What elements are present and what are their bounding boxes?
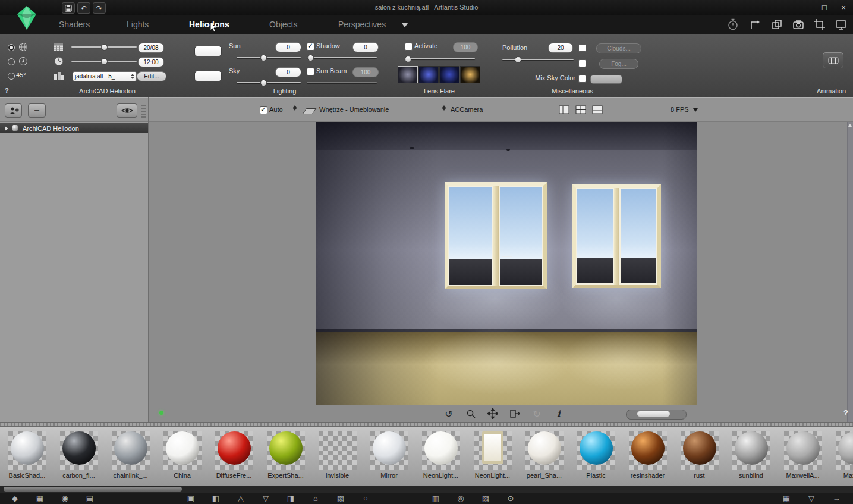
shader-item[interactable]: NeonLight...: [415, 427, 467, 486]
sun-color-swatch[interactable]: [194, 46, 222, 56]
dock-icon[interactable]: ▦: [780, 494, 793, 503]
flare-preset-3[interactable]: [439, 66, 459, 83]
shader-item[interactable]: rust: [673, 427, 725, 486]
scene-name[interactable]: Wnętrze - Umeblowanie: [319, 106, 389, 113]
dock-icon[interactable]: ▽: [805, 494, 818, 503]
add-heliodon-button[interactable]: [5, 103, 22, 118]
clock-icon[interactable]: [54, 56, 64, 66]
dock-icon[interactable]: △: [234, 494, 247, 503]
disclosure-icon[interactable]: [5, 126, 8, 131]
redo-button[interactable]: ↷: [93, 2, 106, 14]
exit-view-button[interactable]: [509, 408, 521, 420]
shader-item[interactable]: NeonLight...: [467, 427, 518, 486]
lens-flare-activate-checkbox[interactable]: [405, 43, 413, 51]
slider-thumb[interactable]: [101, 44, 108, 51]
shader-item[interactable]: DiffuseFre...: [208, 427, 260, 486]
catalog-grip[interactable]: [0, 422, 853, 427]
pan-button[interactable]: [487, 408, 499, 420]
dock-icon[interactable]: ▤: [83, 494, 96, 503]
shader-item[interactable]: carbon_fi...: [53, 427, 105, 486]
view-mode-single-button[interactable]: [559, 105, 569, 114]
mix-sky-checkbox[interactable]: [578, 75, 586, 83]
sun-value[interactable]: 0: [275, 42, 301, 52]
shadow-checkbox[interactable]: [307, 43, 314, 51]
viewport-help[interactable]: ?: [843, 408, 848, 417]
sun-slider[interactable]: [237, 55, 301, 61]
edit-button[interactable]: Edit...: [137, 71, 166, 81]
rotate-view-button[interactable]: ↺: [443, 408, 455, 420]
shader-item[interactable]: Mirror: [363, 427, 415, 486]
tab-lights[interactable]: Lights: [127, 20, 149, 29]
info-button[interactable]: i: [553, 408, 565, 420]
shader-item[interactable]: resinshader: [622, 427, 673, 486]
viewport-vscrollbar[interactable]: [847, 122, 853, 422]
perspectives-dropdown-icon[interactable]: [402, 23, 408, 27]
shader-item[interactable]: invisible: [311, 427, 363, 486]
zoom-slider-thumb[interactable]: [637, 411, 670, 417]
dock-icon[interactable]: ▨: [479, 494, 492, 503]
auto-update-checkbox[interactable]: [260, 106, 267, 114]
dock-icon[interactable]: ○: [359, 494, 372, 503]
close-button[interactable]: ×: [835, 0, 852, 15]
viewport-zoom-slider[interactable]: [626, 410, 687, 420]
flare-preset-1[interactable]: [398, 66, 418, 83]
shader-item[interactable]: Plastic: [570, 427, 622, 486]
heliodon-site-select[interactable]: jadalnia all - 5_: [73, 71, 137, 81]
slider-thumb[interactable]: [515, 56, 521, 63]
shadow-slider[interactable]: [307, 55, 377, 61]
catalog-scrollbar[interactable]: [0, 486, 853, 493]
render-button[interactable]: [792, 18, 805, 31]
tab-shaders[interactable]: Shaders: [59, 20, 90, 29]
flare-preset-2[interactable]: [418, 66, 439, 83]
dock-icon[interactable]: ◉: [58, 494, 71, 503]
pollution-slider[interactable]: [502, 56, 574, 63]
dock-icon[interactable]: ◧: [209, 494, 222, 503]
calendar-icon[interactable]: [53, 42, 64, 52]
clouds-checkbox[interactable]: [578, 44, 586, 52]
dock-icon[interactable]: ◆: [8, 494, 21, 503]
save-button[interactable]: [62, 2, 75, 14]
dock-icon[interactable]: ▣: [184, 494, 197, 503]
maximize-button[interactable]: □: [816, 0, 833, 15]
dock-icon[interactable]: ◎: [454, 494, 467, 503]
dock-icon[interactable]: ◨: [284, 494, 297, 503]
position-radio-date[interactable]: [8, 44, 15, 51]
coordinates-button[interactable]: [748, 18, 761, 31]
shader-item[interactable]: China: [156, 427, 208, 486]
scene-stepper[interactable]: [293, 105, 297, 111]
slider-thumb[interactable]: [307, 55, 314, 61]
sky-slider[interactable]: [237, 80, 301, 86]
catalog-scrollbar-thumb[interactable]: [4, 487, 182, 492]
shader-item[interactable]: BasicShad...: [1, 427, 53, 486]
inspector-help[interactable]: ?: [5, 87, 9, 94]
camera-name[interactable]: ACCamera: [451, 106, 483, 113]
shader-item[interactable]: pearl_Sha...: [518, 427, 570, 486]
shader-item[interactable]: ExpertSha...: [260, 427, 311, 486]
render-view[interactable]: [316, 122, 697, 405]
date-value[interactable]: 20/08: [138, 43, 164, 53]
flare-preset-4[interactable]: [460, 66, 480, 83]
visibility-button[interactable]: [117, 103, 137, 118]
undo-button[interactable]: ↶: [77, 2, 90, 14]
sky-color-swatch[interactable]: [194, 71, 222, 81]
slider-thumb[interactable]: [260, 55, 267, 61]
camera-stepper[interactable]: [442, 105, 446, 111]
shader-item[interactable]: MaxwellA...: [777, 427, 829, 486]
fog-checkbox[interactable]: [578, 59, 586, 67]
crop-button[interactable]: [813, 18, 826, 31]
city-icon[interactable]: [53, 71, 64, 81]
date-slider[interactable]: [71, 44, 137, 51]
slider-thumb[interactable]: [101, 58, 108, 65]
fps-dropdown-icon[interactable]: [693, 108, 698, 112]
dock-icon[interactable]: ▧: [334, 494, 347, 503]
position-radio-manual[interactable]: [8, 58, 15, 65]
duplicate-button[interactable]: [770, 18, 783, 31]
slider-thumb[interactable]: [260, 80, 267, 86]
animation-button[interactable]: [823, 52, 843, 68]
dock-icon[interactable]: ⊙: [504, 494, 517, 503]
heliodon-list-item[interactable]: ArchiCAD Heliodon: [0, 123, 148, 133]
tab-perspectives[interactable]: Perspectives: [338, 20, 386, 29]
view-mode-split-button[interactable]: [592, 105, 603, 114]
display-button[interactable]: [835, 18, 848, 31]
dock-icon[interactable]: ▥: [429, 494, 442, 503]
